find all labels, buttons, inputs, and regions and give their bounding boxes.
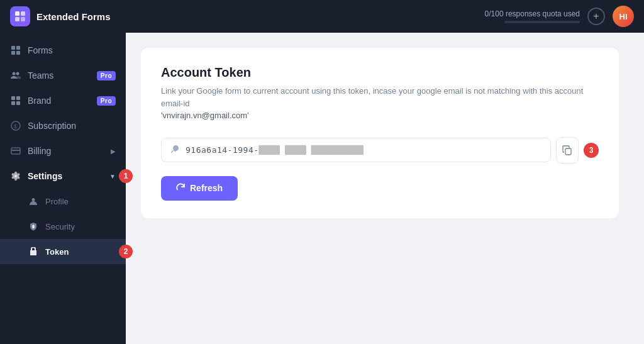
svg-rect-11 [16,96,20,100]
header: Extended Forms 0/100 responses quota use… [0,0,644,33]
sidebar-label-forms: Forms [28,45,53,55]
svg-point-9 [16,72,19,75]
svg-rect-1 [21,11,25,16]
svg-rect-0 [15,11,19,16]
sidebar-item-teams[interactable]: Teams Pro [0,63,126,88]
sidebar-item-forms[interactable]: Forms [0,38,126,63]
annotation-badge-3: 3 [584,143,599,158]
subscription-icon: $ [10,120,21,131]
sidebar-label-subscription: Subscription [28,121,76,131]
svg-point-8 [13,72,16,75]
sidebar-item-brand[interactable]: Brand Pro [0,88,126,113]
settings-icon [10,170,21,182]
token-value: 916a6a14-1994-████ ████ ██████████ [186,145,364,155]
sidebar-label-profile: Profile [45,197,69,206]
svg-rect-22 [565,148,571,155]
sidebar-label-security: Security [45,222,75,231]
sidebar: Forms Teams Pro [0,33,126,344]
avatar[interactable]: HI [613,6,634,27]
forms-icon [10,45,21,56]
refresh-button[interactable]: Refresh [161,176,238,201]
main-layout: Forms Teams Pro [0,33,644,344]
sidebar-label-settings: Settings [28,171,62,181]
svg-rect-6 [11,51,15,55]
svg-rect-2 [15,17,19,21]
sidebar-label-brand: Brand [28,96,51,106]
quota-section: 0/100 responses quota used [485,9,580,23]
sidebar-label-token: Token [45,247,69,257]
svg-rect-10 [11,96,15,100]
card-desc-text: Link your Google form to current account… [161,86,583,108]
svg-rect-17 [11,150,20,151]
sidebar-item-settings[interactable]: Settings ▼ 1 [0,164,126,189]
teams-icon [10,70,21,81]
settings-arrow: ▼ [109,173,116,180]
token-key-icon [170,145,179,155]
token-row: 916a6a14-1994-████ ████ ██████████ 3 [161,137,599,164]
svg-rect-13 [16,101,20,105]
copy-button[interactable] [556,137,579,164]
header-right: 0/100 responses quota used + HI [485,6,634,27]
svg-rect-3 [21,17,25,21]
svg-rect-5 [16,46,20,50]
billing-arrow: ▶ [111,148,116,155]
card-title: Account Token [161,65,599,80]
sidebar-label-teams: Teams [28,70,53,80]
add-button[interactable]: + [587,8,605,25]
profile-icon [28,196,39,207]
settings-submenu: Profile Security Token [0,189,126,264]
teams-badge: Pro [97,71,116,80]
svg-point-18 [32,198,35,201]
svg-rect-12 [11,101,15,105]
billing-icon [10,145,21,157]
sidebar-item-subscription[interactable]: $ Subscription [0,113,126,138]
token-icon [28,246,39,257]
main-content: Account Token Link your Google form to c… [126,33,644,344]
sidebar-item-billing[interactable]: Billing ▶ [0,138,126,164]
quota-text: 0/100 responses quota used [485,9,580,18]
sidebar-label-billing: Billing [28,146,51,156]
sidebar-item-token[interactable]: Token 2 [0,239,126,264]
sidebar-item-security[interactable]: Security [0,214,126,239]
logo: Extended Forms [10,6,111,26]
brand-icon [10,95,21,106]
svg-rect-7 [16,51,20,55]
logo-icon [10,6,30,26]
security-icon [28,221,39,232]
brand-badge: Pro [97,96,116,106]
account-token-card: Account Token Link your Google form to c… [141,48,619,218]
app-title: Extended Forms [36,11,111,22]
quota-bar [504,21,580,23]
card-email: 'vnvirajn.vn@gmail.com' [161,111,249,120]
token-input: 916a6a14-1994-████ ████ ██████████ [161,138,551,162]
refresh-label: Refresh [190,183,223,193]
card-description: Link your Google form to current account… [161,85,599,122]
sidebar-item-profile[interactable]: Profile [0,189,126,214]
refresh-icon [176,183,185,194]
svg-rect-4 [11,46,15,50]
svg-text:$: $ [14,123,17,130]
